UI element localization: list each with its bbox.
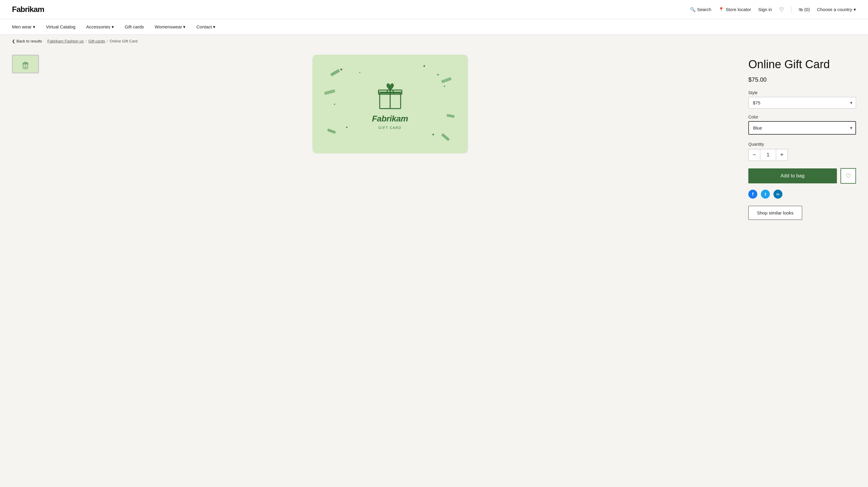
confetti-5: [441, 77, 452, 83]
country-selector[interactable]: Choose a country ▾: [817, 7, 856, 12]
add-to-bag-row: Add to bag ♡: [748, 168, 856, 184]
nav-item-contact[interactable]: Contact ▾: [196, 23, 215, 31]
product-price: $75.00: [748, 76, 856, 83]
chevron-down-icon: ▾: [112, 24, 114, 30]
confetti-2: [327, 128, 336, 134]
quantity-label: Quantity: [748, 142, 856, 147]
sparkle-4: ✦: [423, 64, 426, 68]
heart-icon[interactable]: ♡: [779, 6, 784, 13]
sparkle-8: ✦: [359, 71, 361, 74]
product-title: Online Gift Card: [748, 58, 856, 71]
breadcrumb: ❮ Back to results Fabrikam Fashion us / …: [0, 35, 868, 47]
sparkle-1: ✦: [339, 67, 343, 72]
style-selector: $25 $50 $75 $100 $150 $200 ▾: [748, 97, 856, 108]
linkedin-share-button[interactable]: in: [773, 190, 782, 199]
header-actions: 🔍 Search 📍 Store locator Sign in ♡ 🛍 (0)…: [690, 6, 856, 13]
social-sharing: f t in: [748, 190, 856, 199]
sparkle-6: ✦: [431, 132, 435, 137]
confetti-6: [446, 114, 455, 118]
gift-card-image: ✦ ✦ ✦ ✦ ✦ ✦ ✦ ✦: [312, 55, 468, 154]
color-label: Color: [748, 115, 856, 119]
plus-icon: +: [780, 151, 784, 158]
product-images: Fabrikam ✦ ✦ ✦ ✦ ✦ ✦: [12, 55, 736, 463]
wishlist-button[interactable]: ♡: [840, 168, 856, 184]
add-to-bag-button[interactable]: Add to bag: [748, 168, 837, 183]
site-header: Fabrikam 🔍 Search 📍 Store locator Sign i…: [0, 0, 868, 19]
gift-card-brand: Fabrikam: [372, 114, 408, 124]
site-logo[interactable]: Fabrikam: [12, 5, 44, 14]
svg-point-9: [389, 89, 391, 91]
gift-card-content: Fabrikam GIFT CARD: [372, 79, 408, 130]
thumbnail-column: Fabrikam: [12, 55, 39, 73]
cart-button[interactable]: 🛍 (0): [799, 7, 810, 12]
quantity-increase-button[interactable]: +: [776, 149, 788, 161]
gift-box-svg: [374, 79, 407, 111]
chevron-down-icon: ▾: [213, 24, 215, 30]
nav-item-menwear[interactable]: Men wear ▾: [12, 23, 35, 31]
quantity-control: − 1 +: [748, 149, 856, 161]
shop-similar-button[interactable]: Shop similar looks: [748, 206, 802, 220]
gift-card-subtitle: GIFT CARD: [378, 126, 402, 130]
thumbnail-image[interactable]: Fabrikam: [12, 55, 39, 73]
confetti-1: [330, 69, 340, 76]
style-select[interactable]: $25 $50 $75 $100 $150 $200: [748, 97, 856, 108]
chevron-left-icon: ❮: [12, 39, 15, 43]
facebook-icon: f: [752, 192, 754, 197]
store-locator-icon: 📍: [718, 7, 724, 12]
facebook-share-button[interactable]: f: [748, 190, 757, 199]
search-button[interactable]: 🔍 Search: [690, 7, 712, 12]
color-select[interactable]: Blue Green Red Purple: [748, 121, 856, 135]
svg-text:Fabrikam: Fabrikam: [23, 68, 28, 69]
product-main-image: ✦ ✦ ✦ ✦ ✦ ✦ ✦ ✦: [44, 55, 736, 154]
breadcrumb-separator: /: [107, 39, 108, 43]
header-divider: [791, 6, 792, 13]
style-label: Style: [748, 90, 856, 95]
main-nav: Men wear ▾ Virtual Catalog Accessories ▾…: [0, 19, 868, 35]
chevron-down-icon: ▾: [183, 24, 186, 30]
minus-icon: −: [752, 151, 756, 158]
search-icon: 🔍: [690, 7, 696, 12]
twitter-icon: t: [765, 192, 766, 197]
nav-item-giftcards[interactable]: Gift cards: [125, 23, 144, 31]
twitter-share-button[interactable]: t: [761, 190, 770, 199]
nav-item-virtualcatalog[interactable]: Virtual Catalog: [46, 23, 75, 31]
sparkle-3: ✦: [333, 103, 336, 106]
confetti-3: [324, 90, 335, 95]
breadcrumb-separator: /: [86, 39, 87, 43]
nav-item-womenswear[interactable]: Womenswear ▾: [155, 23, 186, 31]
confetti-4: [441, 133, 450, 141]
linkedin-icon: in: [776, 192, 779, 196]
product-details: Online Gift Card $75.00 Style $25 $50 $7…: [748, 55, 856, 463]
heart-icon: ♡: [845, 172, 851, 180]
sparkle-2: ✦: [437, 73, 439, 77]
back-to-results-button[interactable]: ❮ Back to results: [12, 39, 42, 43]
sparkle-5: ✦: [345, 125, 348, 130]
thumbnail-gift-svg: Fabrikam: [17, 58, 34, 70]
chevron-down-icon: ▾: [854, 7, 856, 12]
store-locator-button[interactable]: 📍 Store locator: [718, 7, 751, 12]
breadcrumb-link-home[interactable]: Fabrikam Fashion us: [47, 39, 84, 43]
bag-icon: 🛍: [799, 7, 803, 12]
chevron-down-icon: ▾: [33, 24, 35, 30]
breadcrumb-link-giftcards[interactable]: Gift cards: [88, 39, 105, 43]
sparkle-7: ✦: [443, 85, 445, 88]
main-content: Fabrikam ✦ ✦ ✦ ✦ ✦ ✦: [0, 47, 868, 481]
sign-in-button[interactable]: Sign in: [758, 7, 772, 12]
nav-item-accessories[interactable]: Accessories ▾: [86, 23, 114, 31]
breadcrumb-current: Online Gift Card: [110, 39, 137, 43]
color-selector: Blue Green Red Purple ▾: [748, 121, 856, 135]
quantity-value: 1: [760, 149, 776, 161]
quantity-decrease-button[interactable]: −: [748, 149, 760, 161]
